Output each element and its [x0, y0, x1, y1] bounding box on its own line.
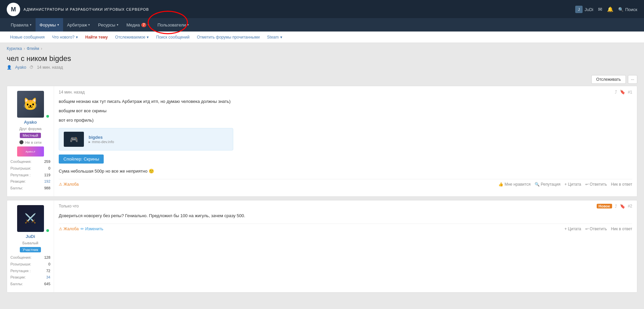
- breadcrumb-link-flaim[interactable]: Флейм: [27, 46, 39, 51]
- post-1-status: ⚫ Не в сети: [19, 140, 41, 144]
- post-1-actions: ⤴ 🔖 #1: [615, 89, 632, 95]
- site-logo: M АДМИНИСТРАТОРЫ И РАЗРАБОТЧИКИ ИГРОВЫХ …: [7, 3, 149, 16]
- breadcrumb-separator: ›: [41, 46, 42, 51]
- author-icon: 👤: [7, 65, 12, 70]
- chevron-down-icon: ▾: [88, 23, 90, 26]
- chevron-down-icon: ▾: [57, 23, 59, 26]
- reply-button-1[interactable]: ↩ Ответить: [585, 182, 607, 187]
- chevron-down-icon: ▾: [76, 35, 78, 40]
- arrow-icon: ▸: [89, 140, 91, 144]
- header-right: J JuDi ✉ 🔔 🔍 Поиск: [575, 6, 637, 13]
- thread-time: 14 мин. назад: [37, 65, 63, 70]
- post-1-role: Друг форума: [19, 127, 41, 131]
- post-2: ⚔️ JuDi Бывалый Участник Сообщения:128 Р…: [7, 200, 637, 293]
- mail-icon[interactable]: ✉: [598, 6, 602, 12]
- like-button-1[interactable]: 👍 Мне нравится: [498, 182, 531, 187]
- more-button[interactable]: ···: [628, 75, 637, 84]
- post-1-time: 14 мин. назад: [59, 90, 85, 95]
- post-2-number: #2: [628, 204, 632, 208]
- nav-resources[interactable]: Ресурсы ▾: [94, 18, 122, 32]
- chevron-down-icon: ▾: [148, 23, 149, 26]
- search-icon: 🔍: [618, 7, 624, 12]
- bookmark-icon[interactable]: 🔖: [620, 89, 625, 95]
- follow-button[interactable]: Отслеживать: [591, 75, 626, 84]
- edit-button-2[interactable]: ✏ Изменить: [81, 227, 103, 231]
- post-1-number: #1: [628, 90, 632, 95]
- share-icon[interactable]: ⤴: [615, 89, 617, 95]
- nav-pravila[interactable]: Правила ▾: [7, 18, 36, 32]
- search-button[interactable]: 🔍 Поиск: [618, 7, 637, 12]
- report-button-1[interactable]: ⚠ Жалоба: [59, 182, 79, 187]
- quote-button-1[interactable]: + Цитата: [564, 182, 581, 187]
- link-title: bigdes: [89, 135, 114, 140]
- media-badge: 7: [141, 23, 147, 27]
- subnav-steam[interactable]: Steam ▾: [264, 32, 286, 43]
- post-1-status-image: Ayako,#: [17, 146, 44, 157]
- link-card[interactable]: 🎮 bigdes ▸ mmo-dev.info: [59, 128, 233, 150]
- page-title-area: чел с ником bigdes: [0, 52, 644, 64]
- nav-users[interactable]: Пользователи ▾: [153, 18, 193, 32]
- logo-icon: M: [7, 3, 20, 16]
- spoiler-button[interactable]: Спойлер: Скрины: [59, 154, 104, 164]
- post-1: 🐱 Ayako Друг форума Местный ⚫ Не в сети …: [7, 86, 637, 197]
- subnav-find-thread[interactable]: Найти тему: [82, 32, 111, 43]
- nav-arbitrazh[interactable]: Арбитраж ▾: [63, 18, 94, 32]
- bookmark-icon-2[interactable]: 🔖: [620, 204, 625, 209]
- subnav-tracked[interactable]: Отслеживаемое ▾: [112, 32, 152, 43]
- post-2-footer-right: + Цитата ↩ Ответить Ник в ответ: [564, 227, 632, 231]
- post-2-content: Довериться новорегу без репы? Гениально.…: [59, 212, 632, 220]
- post-2-avatar: ⚔️: [17, 205, 44, 232]
- main-nav: Правила ▾ Форумы ▾ Арбитраж ▾ Ресурсы ▾ …: [0, 18, 644, 32]
- post-2-username[interactable]: JuDi: [26, 234, 35, 239]
- post-1-avatar: 🐱: [17, 91, 44, 118]
- thread-author[interactable]: Ayako: [15, 65, 26, 70]
- reply-button-2[interactable]: ↩ Ответить: [585, 227, 607, 231]
- post-1-bottom-text: Сума небольшая 500р но все же неприятно …: [59, 168, 632, 175]
- post-1-username[interactable]: Ayako: [24, 120, 37, 125]
- new-badge: Новое: [597, 204, 612, 208]
- bell-icon[interactable]: 🔔: [607, 6, 613, 12]
- report-button-2[interactable]: ⚠ Жалоба: [59, 227, 79, 231]
- breadcrumb-link-kurilka[interactable]: Курилка: [7, 46, 22, 51]
- user-avatar: J: [575, 6, 583, 13]
- link-info: bigdes ▸ mmo-dev.info: [89, 135, 114, 144]
- post-2-time: Только что: [59, 204, 79, 208]
- post-1-content: вобщем незнаю как тут писать Арбитраж ит…: [59, 98, 632, 124]
- post-2-header: Только что Новое ⤴ 🔖 #2: [59, 204, 632, 209]
- subnav-mark-read[interactable]: Отметить форумы прочитанными: [194, 32, 263, 43]
- user-menu[interactable]: J JuDi: [575, 6, 593, 13]
- chevron-down-icon: ▾: [30, 23, 32, 26]
- nick-reply-button-2[interactable]: Ник в ответ: [611, 227, 632, 231]
- post-2-footer: ⚠ Жалоба ✏ Изменить + Цитата ↩ Ответить …: [59, 224, 632, 231]
- chevron-down-icon: ▾: [280, 35, 282, 40]
- nav-forums[interactable]: Форумы ▾: [36, 18, 63, 32]
- post-2-body: Только что Новое ⤴ 🔖 #2 Довериться новор…: [54, 200, 637, 292]
- subnav-new-messages[interactable]: Новые сообщения: [7, 32, 48, 43]
- subnav-search-messages[interactable]: Поиск сообщений: [153, 32, 193, 43]
- chevron-down-icon: ▾: [117, 23, 118, 26]
- post-2-footer-left: ⚠ Жалоба ✏ Изменить: [59, 227, 103, 231]
- post-2-actions: Новое ⤴ 🔖 #2: [597, 204, 632, 209]
- share-icon-2[interactable]: ⤴: [615, 204, 617, 209]
- chevron-down-icon: ▾: [187, 23, 189, 26]
- breadcrumb-separator: ›: [23, 46, 25, 51]
- post-1-sidebar: 🐱 Ayako Друг форума Местный ⚫ Не в сети …: [7, 86, 54, 196]
- post-1-footer: ⚠ Жалоба 👍 Мне нравится 🔍 Репутация + Ци…: [59, 179, 632, 187]
- subnav-whats-new[interactable]: Что нового? ▾: [49, 32, 81, 43]
- post-1-body: 14 мин. назад ⤴ 🔖 #1 вобщем незнаю как т…: [54, 86, 637, 196]
- post-1-header: 14 мин. назад ⤴ 🔖 #1: [59, 89, 632, 95]
- thread-title: чел с ником bigdes: [7, 54, 637, 63]
- nav-media[interactable]: Медиа 7 ▾: [122, 18, 154, 32]
- post-1-footer-left: ⚠ Жалоба: [59, 182, 79, 187]
- thread-meta: 👤 Ayako ⏱ 14 мин. назад: [0, 64, 644, 73]
- reputation-button-1[interactable]: 🔍 Репутация: [535, 182, 560, 187]
- clock-icon: ⏱: [30, 65, 34, 70]
- nick-reply-button-1[interactable]: Ник в ответ: [611, 182, 632, 187]
- post-1-badge: Местный: [20, 133, 41, 138]
- post-1-stats: Сообщения:259 Розыгрыши:0 Репутация :119…: [10, 159, 50, 192]
- post-2-sidebar: ⚔️ JuDi Бывалый Участник Сообщения:128 Р…: [7, 200, 54, 292]
- thread-controls: Отслеживать ···: [0, 73, 644, 86]
- link-domain: ▸ mmo-dev.info: [89, 140, 114, 144]
- post-2-stats: Сообщения:128 Розыгрыши:0 Репутация :72 …: [10, 254, 50, 288]
- quote-button-2[interactable]: + Цитата: [564, 227, 581, 231]
